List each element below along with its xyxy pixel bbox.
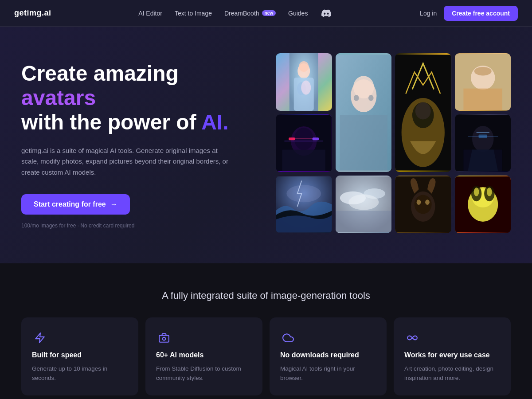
ai-image-11 xyxy=(395,176,451,233)
nav-item-ai-editor[interactable]: AI Editor xyxy=(138,10,162,17)
nav-links: AI Editor Text to Image DreamBooth new G… xyxy=(138,7,332,20)
feature-card-cloud: No downloads required Magical AI tools r… xyxy=(270,317,387,395)
svg-point-13 xyxy=(402,98,445,167)
ai-image-2 xyxy=(336,53,392,172)
svg-rect-75 xyxy=(159,336,169,342)
svg-rect-3 xyxy=(294,78,314,111)
svg-point-39 xyxy=(364,188,385,199)
svg-point-5 xyxy=(301,81,311,95)
feature-card-speed: Built for speed Generate up to 10 images… xyxy=(21,317,138,395)
hero-title-avatars: avatars xyxy=(21,86,96,110)
svg-point-36 xyxy=(286,185,321,202)
svg-point-7 xyxy=(351,79,376,112)
svg-point-1 xyxy=(297,63,310,78)
nav-item-text-to-image[interactable]: Text to Image xyxy=(175,10,212,17)
svg-rect-27 xyxy=(313,137,319,140)
svg-point-38 xyxy=(340,192,365,204)
svg-point-43 xyxy=(411,192,435,222)
cloud-icon xyxy=(280,330,296,346)
svg-point-10 xyxy=(353,95,359,101)
ai-image-10 xyxy=(336,176,392,233)
svg-point-51 xyxy=(484,186,494,201)
svg-rect-26 xyxy=(289,137,295,140)
feature-card-models: 60+ AI models From Stable Diffusion to c… xyxy=(145,317,262,395)
svg-rect-33 xyxy=(478,135,487,138)
ai-image-6 xyxy=(455,114,511,172)
svg-rect-17 xyxy=(455,54,511,110)
svg-point-8 xyxy=(353,76,374,98)
svg-point-23 xyxy=(294,128,313,150)
ai-image-9 xyxy=(276,176,332,233)
hero-title: Create amazing avatars with the power of… xyxy=(21,61,252,135)
svg-rect-29 xyxy=(455,115,511,172)
hero-cta-button[interactable]: Start creating for free → xyxy=(21,194,130,215)
features-grid: Built for speed Generate up to 10 images… xyxy=(21,317,511,395)
svg-rect-12 xyxy=(395,55,451,171)
brand-logo[interactable]: getimg.ai xyxy=(14,8,51,18)
svg-point-30 xyxy=(472,126,493,152)
svg-point-52 xyxy=(473,188,479,196)
svg-rect-35 xyxy=(276,176,332,233)
create-account-button[interactable]: Create free account xyxy=(444,6,518,21)
svg-point-44 xyxy=(415,195,432,214)
svg-point-22 xyxy=(291,126,317,156)
svg-rect-42 xyxy=(395,176,451,233)
svg-point-14 xyxy=(412,102,434,128)
nav-item-guides[interactable]: Guides xyxy=(288,10,308,17)
ai-image-3 xyxy=(395,53,451,172)
ai-image-4 xyxy=(455,53,511,111)
svg-rect-6 xyxy=(336,55,392,171)
svg-rect-47 xyxy=(455,176,511,233)
svg-rect-41 xyxy=(336,211,392,233)
feature-heading-infinity: Works for every use case xyxy=(404,351,500,359)
svg-rect-21 xyxy=(276,115,332,172)
ai-image-5 xyxy=(276,114,332,172)
svg-point-50 xyxy=(471,186,481,201)
svg-point-15 xyxy=(415,102,431,120)
svg-rect-9 xyxy=(340,115,387,171)
svg-point-11 xyxy=(368,95,373,101)
ai-image-12 xyxy=(455,176,511,233)
svg-point-46 xyxy=(425,200,430,205)
feature-heading-cloud: No downloads required xyxy=(280,351,376,359)
svg-rect-37 xyxy=(336,176,392,233)
hero-description: getimg.ai is a suite of magical AI tools… xyxy=(21,145,234,178)
feature-desc-speed: Generate up to 10 images in seconds. xyxy=(32,364,128,383)
svg-point-4 xyxy=(297,82,306,95)
svg-point-49 xyxy=(472,188,493,207)
hero-content: Create amazing avatars with the power of… xyxy=(21,61,252,229)
nav-item-dreambooth[interactable]: DreamBooth new xyxy=(224,10,276,17)
navbar: getimg.ai AI Editor Text to Image DreamB… xyxy=(0,0,532,27)
features-title: A fully integrated suite of image-genera… xyxy=(21,290,511,301)
svg-rect-28 xyxy=(282,150,325,172)
new-badge: new xyxy=(262,10,276,16)
svg-point-76 xyxy=(163,337,166,340)
svg-rect-19 xyxy=(463,89,502,110)
feature-card-infinity: Works for every use case Art creation, p… xyxy=(394,317,511,395)
lightning-icon xyxy=(32,330,48,346)
svg-point-20 xyxy=(474,67,491,75)
hero-image-grid xyxy=(276,53,511,237)
ai-image-1 xyxy=(276,53,332,111)
feature-heading-speed: Built for speed xyxy=(32,351,128,359)
hero-section: Create amazing avatars with the power of… xyxy=(0,27,532,263)
svg-rect-34 xyxy=(463,150,502,172)
feature-desc-cloud: Magical AI tools right in your browser. xyxy=(280,364,376,383)
svg-point-45 xyxy=(417,200,421,205)
svg-point-2 xyxy=(299,61,309,72)
login-button[interactable]: Log in xyxy=(420,10,437,17)
feature-heading-models: 60+ AI models xyxy=(156,351,252,359)
hero-title-ai: AI. xyxy=(201,110,228,134)
svg-rect-0 xyxy=(289,53,318,111)
svg-point-18 xyxy=(471,66,495,90)
feature-desc-models: From Stable Diffusion to custom communit… xyxy=(156,364,252,383)
nav-right: Log in Create free account xyxy=(420,6,518,21)
svg-point-48 xyxy=(468,187,498,222)
hero-note: 100/mo images for free · No credit card … xyxy=(21,223,252,229)
feature-desc-infinity: Art creation, photo editing, design insp… xyxy=(404,364,500,383)
camera-icon xyxy=(156,330,172,346)
svg-point-40 xyxy=(348,195,379,210)
discord-icon[interactable] xyxy=(320,7,332,20)
infinity-icon xyxy=(404,330,420,346)
features-section: A fully integrated suite of image-genera… xyxy=(0,263,532,399)
